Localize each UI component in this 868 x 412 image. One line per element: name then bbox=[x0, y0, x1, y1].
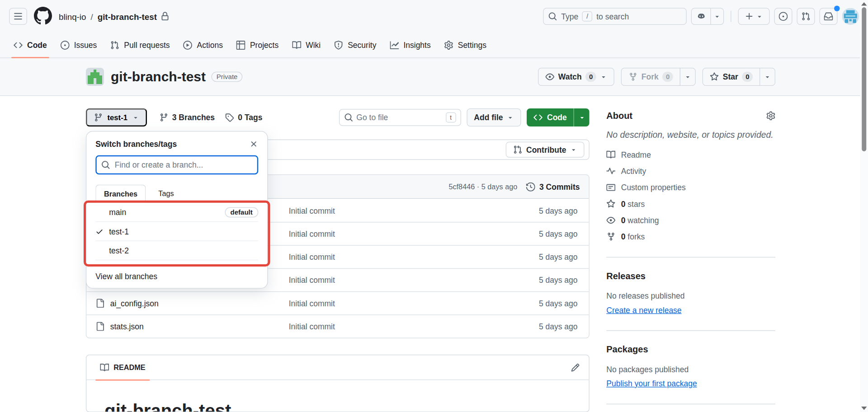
commit-age: 5 days ago bbox=[504, 276, 589, 285]
sidebar-item-custom-properties[interactable]: Custom properties bbox=[606, 183, 775, 192]
page-scrollbar[interactable] bbox=[860, 0, 868, 412]
file-name-link[interactable]: ai_config.json bbox=[110, 299, 159, 308]
tab-issues[interactable]: Issues bbox=[54, 33, 104, 58]
eye-icon bbox=[545, 72, 554, 81]
breadcrumb-owner[interactable]: blinq-io bbox=[59, 12, 86, 21]
scrollbar-thumb[interactable] bbox=[862, 7, 866, 151]
tab-insights[interactable]: Insights bbox=[383, 33, 437, 58]
tab-wiki[interactable]: Wiki bbox=[285, 33, 327, 58]
watch-button[interactable]: Watch 0 bbox=[538, 68, 614, 86]
issues-global-button[interactable] bbox=[774, 8, 793, 25]
file-name-link[interactable]: stats.json bbox=[110, 322, 144, 331]
sidebar-item-forks[interactable]: 0 forks bbox=[606, 232, 775, 241]
git-pull-request-icon bbox=[802, 12, 811, 21]
user-avatar[interactable] bbox=[842, 8, 859, 25]
branch-search-input[interactable] bbox=[115, 160, 253, 169]
commit-message[interactable]: Initial commit bbox=[289, 206, 504, 215]
chevron-down-icon bbox=[714, 13, 721, 20]
tab-label: Actions bbox=[197, 41, 223, 50]
tab-projects[interactable]: Projects bbox=[230, 33, 285, 58]
commit-meta[interactable]: 5cf8446 · 5 days ago bbox=[448, 183, 517, 191]
scroll-down-arrow[interactable] bbox=[861, 407, 867, 410]
table-row[interactable]: stats.json Initial commit 5 days ago bbox=[86, 314, 589, 337]
sidebar-item-stars[interactable]: 0 stars bbox=[606, 199, 775, 208]
branch-name: test-1 bbox=[109, 227, 129, 236]
add-file-button[interactable]: Add file bbox=[467, 108, 521, 126]
tab-actions[interactable]: Actions bbox=[177, 33, 230, 58]
sidebar-item-watching[interactable]: 0 watching bbox=[606, 216, 775, 225]
code-download-button[interactable]: Code bbox=[527, 108, 590, 126]
close-dialog-button[interactable] bbox=[249, 140, 258, 149]
edit-about-button[interactable] bbox=[766, 111, 775, 120]
caret-down-icon bbox=[507, 114, 514, 121]
sidebar-item-activity[interactable]: Activity bbox=[606, 167, 775, 176]
commit-message[interactable]: Initial commit bbox=[289, 299, 504, 308]
repo-identicon-image bbox=[86, 68, 104, 86]
code-dropdown-caret[interactable] bbox=[574, 108, 590, 126]
avatar-image bbox=[842, 8, 859, 25]
publish-package-link[interactable]: Publish your first package bbox=[606, 379, 697, 388]
commit-message[interactable]: Initial commit bbox=[289, 322, 504, 331]
breadcrumb-repo[interactable]: git-branch-test bbox=[98, 12, 157, 21]
visibility-badge: Private bbox=[212, 72, 243, 82]
repo-actions: Watch 0 Fork 0 Star 0 bbox=[538, 68, 775, 86]
readme-tab[interactable]: README bbox=[95, 355, 150, 380]
file-icon bbox=[95, 299, 104, 308]
tab-pull-requests[interactable]: Pull requests bbox=[104, 33, 176, 58]
copilot-icon bbox=[697, 12, 706, 21]
tab-code[interactable]: Code bbox=[7, 33, 54, 58]
branch-name: test-2 bbox=[109, 246, 129, 255]
caret-down-icon bbox=[684, 74, 691, 80]
branches-count-link[interactable]: 3 Branches bbox=[159, 113, 215, 122]
tab-tags[interactable]: Tags bbox=[158, 184, 174, 202]
pull-requests-global-button[interactable] bbox=[797, 8, 815, 25]
github-logo[interactable] bbox=[34, 6, 52, 26]
tab-security[interactable]: Security bbox=[327, 33, 383, 58]
global-search-input[interactable]: Type / to search bbox=[543, 8, 687, 25]
github-repo-page: blinq-io / git-branch-test Type / to sea… bbox=[0, 0, 868, 412]
commit-message[interactable]: Initial commit bbox=[289, 276, 504, 285]
sidebar: About No description, website, or topics… bbox=[606, 108, 775, 412]
fork-button[interactable]: Fork 0 bbox=[621, 68, 680, 86]
fork-dropdown-caret[interactable] bbox=[680, 68, 696, 86]
go-to-file-search[interactable]: t bbox=[339, 109, 461, 126]
branch-stats: 3 Branches 0 Tags bbox=[159, 113, 262, 122]
tags-count-link[interactable]: 0 Tags bbox=[225, 113, 263, 122]
packages-empty-text: No packages published bbox=[606, 365, 775, 374]
breadcrumb-separator: / bbox=[90, 12, 94, 21]
commit-message[interactable]: Initial commit bbox=[289, 229, 504, 239]
edit-readme-button[interactable] bbox=[571, 363, 580, 372]
fork-icon bbox=[628, 72, 637, 81]
releases-empty-text: No releases published bbox=[606, 291, 775, 300]
issue-opened-icon bbox=[61, 41, 70, 50]
commit-history-link[interactable]: 3 Commits bbox=[526, 182, 580, 191]
star-dropdown-caret[interactable] bbox=[760, 68, 775, 86]
releases-title: Releases bbox=[606, 271, 646, 281]
contribute-button[interactable]: Contribute bbox=[506, 142, 584, 158]
commit-sha[interactable]: 5cf8446 bbox=[448, 183, 475, 191]
branch-option-test-1[interactable]: test-1 bbox=[86, 222, 267, 241]
star-button[interactable]: Star 0 bbox=[703, 68, 760, 86]
branch-option-test-2[interactable]: test-2 bbox=[86, 241, 267, 261]
branch-toolbar: test-1 3 Branches 0 Tags bbox=[86, 108, 590, 126]
view-all-branches-link[interactable]: View all branches bbox=[86, 264, 267, 288]
scroll-up-arrow[interactable] bbox=[861, 2, 867, 6]
sidebar-item-readme[interactable]: Readme bbox=[606, 150, 775, 159]
branch-name: main bbox=[109, 207, 126, 216]
commit-message[interactable]: Initial commit bbox=[289, 253, 504, 262]
toolbar-right: t Add file Code bbox=[339, 108, 590, 126]
create-new-button[interactable] bbox=[738, 8, 770, 25]
file-icon bbox=[95, 322, 104, 331]
lock-icon bbox=[160, 12, 169, 21]
create-release-link[interactable]: Create a new release bbox=[606, 305, 681, 314]
copilot-caret[interactable] bbox=[711, 9, 724, 24]
go-to-file-input[interactable] bbox=[356, 113, 442, 122]
copilot-button[interactable] bbox=[691, 8, 724, 25]
tab-settings[interactable]: Settings bbox=[438, 33, 493, 58]
branch-option-main[interactable]: main default bbox=[86, 203, 267, 222]
tab-branches[interactable]: Branches bbox=[95, 185, 146, 203]
branch-selector-button[interactable]: test-1 bbox=[86, 108, 146, 126]
table-row[interactable]: ai_config.json Initial commit 5 days ago bbox=[86, 291, 589, 314]
branch-search-field[interactable] bbox=[95, 155, 258, 175]
hamburger-menu-button[interactable] bbox=[9, 8, 27, 25]
